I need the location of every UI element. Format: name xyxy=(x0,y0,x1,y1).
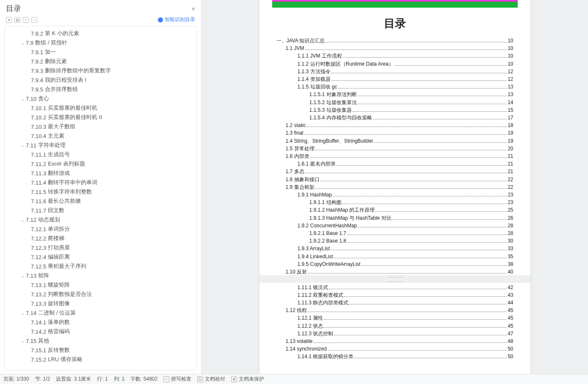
outline-leaf[interactable]: 7.13.1螺旋矩阵 xyxy=(5,280,196,290)
toc-row[interactable]: 1.13 volatile48 xyxy=(276,337,513,345)
toc-row[interactable]: 1.9.5 CopyOnWriteArrayList38 xyxy=(276,260,513,268)
outline-section[interactable]: ⌄7.10贪心 xyxy=(5,94,196,103)
outline-leaf[interactable]: 7.13.2判断数独是否合法 xyxy=(5,290,196,299)
document-area[interactable]: 目录 一、JAVA 知识点汇总101.1 JVM101.1.1 JVM 工作流程… xyxy=(202,0,588,374)
outline-leaf[interactable]: 7.11.7回文数 xyxy=(5,206,196,215)
toc-row[interactable]: 1.10 反射40 xyxy=(276,268,513,276)
status-section[interactable]: 节: 1/2 xyxy=(35,376,50,383)
status-setvalue[interactable]: 设置值: 3.1厘米 xyxy=(56,376,91,383)
toc-row[interactable]: 1.4 String、StringBuffer、StringBuilder19 xyxy=(276,137,513,145)
close-icon[interactable]: × xyxy=(191,5,195,12)
outline-leaf[interactable]: 7.8.2第 K 小的元素 xyxy=(5,29,196,38)
toc-row[interactable]: 1.9.1 HashMap23 xyxy=(276,191,513,199)
toc-row[interactable]: 1.3 final19 xyxy=(276,129,513,137)
outline-leaf[interactable]: 7.12.1单词拆分 xyxy=(5,224,196,234)
toc-row[interactable]: 1.9.2.1 Base 1.728 xyxy=(276,229,513,237)
status-docproof[interactable]: ☑ 文档校对 xyxy=(197,376,225,383)
outline-section[interactable]: ⌄7.14二进制 / 位运算 xyxy=(5,308,196,318)
status-line[interactable]: 行: 1 xyxy=(97,376,108,383)
toc-row[interactable]: 1.14.1 根据获取的锁分类50 xyxy=(276,353,513,360)
outline-section[interactable]: ⌄7.9数组 / 双指针 xyxy=(5,38,196,47)
toc-row[interactable]: 1.9 集合框架22 xyxy=(276,183,513,191)
toc-row[interactable]: 1.1.4 类加载器12 xyxy=(276,75,513,83)
toc-row[interactable]: 1.9.3 ArrayList33 xyxy=(276,245,513,252)
outline-leaf[interactable]: 7.12.3打劫房屋 xyxy=(5,243,196,252)
toc-row[interactable]: 1.1.5.3 垃圾收集器15 xyxy=(276,106,513,114)
outline-leaf[interactable]: 7.15.1反转整数 xyxy=(5,345,196,355)
toc-row[interactable]: 1.1.5.1 对象存活判断13 xyxy=(276,91,513,98)
outline-leaf[interactable]: 7.14.2格雷编码 xyxy=(5,327,196,336)
outline-section[interactable]: ⌄7.11字符串处理 xyxy=(5,141,196,150)
toc-row[interactable]: 1.1.2 运行时数据区（Runtime Data Area）10 xyxy=(276,60,513,68)
status-docprotect[interactable]: ⛨ 文档未保护 xyxy=(231,376,264,383)
toc-row[interactable]: 1.5 异常处理20 xyxy=(276,145,513,152)
toc-row[interactable]: 1.12.1 属性45 xyxy=(276,314,513,322)
outline-tree[interactable]: 7.8.2第 K 小的元素⌄7.9数组 / 双指针7.9.1加一7.9.2删除元… xyxy=(5,26,196,370)
outline-leaf[interactable]: 7.10.1买卖股票的最佳时机 xyxy=(5,103,196,113)
toc-row[interactable]: 1.2 static18 xyxy=(276,122,513,129)
toc-row[interactable]: 1.11.3 静态内部类模式44 xyxy=(276,299,513,307)
outline-leaf[interactable]: 7.13.3旋转图像 xyxy=(5,299,196,308)
outline-leaf[interactable]: 7.11.5转换字符串到整数 xyxy=(5,187,196,196)
chevron-down-icon[interactable]: ⌄ xyxy=(20,339,25,343)
toc-row[interactable]: 1.7 多态21 xyxy=(276,168,513,175)
toc-row[interactable]: 1.1 JVM10 xyxy=(276,44,513,52)
status-spellcheck[interactable]: ✓ 拼写检查 xyxy=(163,376,191,383)
outline-section[interactable]: ⌄7.13矩阵 xyxy=(5,271,196,280)
outline-leaf[interactable]: 7.12.4编辑距离 xyxy=(5,252,196,262)
toc-row[interactable]: 1.9.4 LinkedList35 xyxy=(276,253,513,260)
status-page[interactable]: 页面: 1/330 xyxy=(3,376,29,383)
outline-leaf[interactable]: 7.11.4翻转字符串中的单词 xyxy=(5,178,196,187)
toc-row[interactable]: 1.12.3 状态控制47 xyxy=(276,330,513,337)
toc-row[interactable]: 1.6 内部类21 xyxy=(276,152,513,160)
outline-leaf[interactable]: 7.11.2Excel 表列标题 xyxy=(5,159,196,169)
toc-row[interactable]: 1.9.2.2 Base 1.830 xyxy=(276,237,513,245)
toc-row[interactable]: 1.12 线程45 xyxy=(276,307,513,314)
toc-row[interactable]: 1.9.1.1 结构图23 xyxy=(276,199,513,206)
toc-row[interactable]: 1.9.1.2 HashMap 的工作原理25 xyxy=(276,206,513,214)
outline-leaf[interactable]: 7.9.1加一 xyxy=(5,47,196,57)
chevron-down-icon[interactable]: ⌄ xyxy=(20,41,25,45)
chevron-down-icon[interactable]: ⌄ xyxy=(20,97,25,101)
outline-leaf[interactable]: 7.12.2爬楼梯 xyxy=(5,234,196,243)
outline-leaf[interactable]: 7.9.5合并排序数组 xyxy=(5,85,196,94)
remove-icon[interactable]: − xyxy=(31,17,37,23)
smart-detect-toc[interactable]: 智能识别目录 xyxy=(158,16,195,23)
toc-row[interactable]: 1.9.1.3 HashMap 与 HashTable 对比26 xyxy=(276,214,513,222)
toc-row[interactable]: 1.14 synchronized50 xyxy=(276,345,513,353)
chevron-down-icon[interactable]: ⌄ xyxy=(20,311,25,315)
toc-row[interactable]: 1.12.2 状态45 xyxy=(276,322,513,330)
toc-row[interactable]: 1.11.2 双重检查模式43 xyxy=(276,291,513,299)
toc-row[interactable]: 1.9.2 ConcurrentHashMap28 xyxy=(276,222,513,229)
outline-section[interactable]: ⌄7.12动态规划 xyxy=(5,215,196,224)
toc-row[interactable]: 1.1.5.2 垃圾收集算法14 xyxy=(276,99,513,106)
toc-row[interactable]: 1.1.3 方法指令12 xyxy=(276,68,513,75)
toc-row[interactable]: 1.8 抽象和接口22 xyxy=(276,176,513,183)
outline-leaf[interactable]: 7.11.6最长公共前缀 xyxy=(5,196,196,206)
outline-leaf[interactable]: 7.12.5乘积最大子序列 xyxy=(5,262,196,271)
toc-row[interactable]: 1.11.1 饿汉式42 xyxy=(276,284,513,291)
outline-leaf[interactable]: 7.14.1落单的数 xyxy=(5,318,196,327)
outline-leaf[interactable]: 7.10.2买卖股票的最佳时机 II xyxy=(5,113,196,122)
add-icon[interactable]: + xyxy=(23,17,29,23)
sort-icon[interactable]: ▤ xyxy=(14,17,20,23)
toc-row[interactable]: 1.6.1 匿名内部类21 xyxy=(276,160,513,168)
toc-row[interactable]: 1.1.5.4 内存模型与回收策略17 xyxy=(276,114,513,122)
outline-leaf[interactable]: 7.9.2删除元素 xyxy=(5,57,196,66)
chevron-down-icon[interactable]: ⌄ xyxy=(20,218,25,222)
outline-leaf[interactable]: 7.9.4我的日程安排表 I xyxy=(5,75,196,85)
toc-row[interactable]: 一、JAVA 知识点汇总10 xyxy=(276,37,513,44)
chevron-down-icon[interactable]: ⌄ xyxy=(20,143,25,148)
outline-leaf[interactable]: 7.15.2LRU 缓存策略 xyxy=(5,355,196,364)
outline-section[interactable]: ⌄7.15其他 xyxy=(5,336,196,345)
status-chars[interactable]: 字数: 54802 xyxy=(130,376,157,383)
outline-leaf[interactable]: 7.11.1生成括号 xyxy=(5,150,196,159)
outline-leaf[interactable]: 7.11.3翻转游戏 xyxy=(5,169,196,178)
outline-leaf[interactable]: 7.9.3删除排序数组中的重复数字 xyxy=(5,66,196,75)
collapse-all-icon[interactable]: ▾ xyxy=(6,17,12,23)
toc-row[interactable]: 1.1.1 JVM 工作流程10 xyxy=(276,52,513,60)
chevron-down-icon[interactable]: ⌄ xyxy=(20,273,25,278)
status-col[interactable]: 列: 1 xyxy=(114,376,124,383)
outline-leaf[interactable]: 7.10.3最大子数组 xyxy=(5,122,196,131)
toc-row[interactable]: 1.1.5 垃圾回收 gc13 xyxy=(276,83,513,91)
